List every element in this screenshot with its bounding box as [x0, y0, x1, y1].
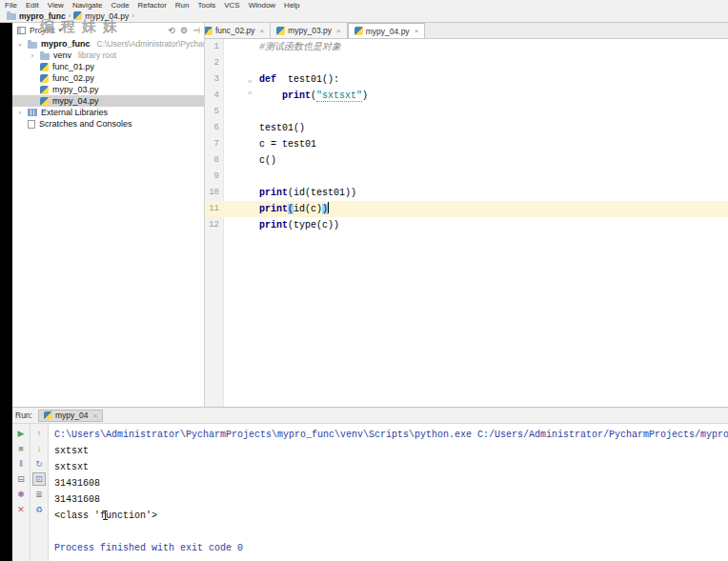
scroll-to-end-button[interactable]: ⊡: [32, 472, 46, 486]
menu-item-navigate[interactable]: Navigate: [72, 1, 103, 10]
menu-item-refactor[interactable]: Refactor: [138, 1, 167, 10]
code-line[interactable]: 4⌃ print("sxtsxt"): [205, 88, 728, 104]
token-kw: print: [259, 204, 288, 214]
close-button[interactable]: ✕: [14, 503, 28, 516]
project-panel-header: Project ▾ ⟲⚙⊣: [12, 23, 204, 38]
stop-button[interactable]: ■: [14, 442, 28, 455]
tree-item-scratches[interactable]: Scratches and Consoles: [12, 118, 204, 130]
code-line[interactable]: 9: [205, 169, 728, 185]
close-icon[interactable]: ×: [336, 27, 341, 35]
py-icon: [73, 11, 82, 20]
py-icon: [40, 63, 49, 71]
code-line[interactable]: 7c = test01: [205, 136, 728, 152]
code-line[interactable]: 11print(id(c)): [205, 201, 728, 217]
scratch-icon: [28, 120, 35, 129]
tree-item-mypy-04[interactable]: mypy_04.py: [12, 95, 204, 107]
line-number[interactable]: 9: [205, 169, 223, 185]
code-line[interactable]: 8c(): [205, 152, 728, 169]
console-line: Process finished with exit code 0: [54, 540, 728, 556]
softwrap-button[interactable]: ↻: [32, 457, 46, 471]
menu-item-run[interactable]: Run: [175, 1, 190, 10]
line-number[interactable]: 7: [205, 136, 223, 152]
console-output[interactable]: C:\Users\Administrator\PycharmProjects\m…: [49, 424, 728, 561]
tree-chevron-icon[interactable]: ›: [29, 52, 36, 59]
restore-layout-button[interactable]: ⊟: [14, 472, 28, 486]
tree-chevron-icon[interactable]: ⌄: [16, 40, 24, 48]
code-line[interactable]: 10print(id(test01)): [205, 185, 728, 201]
line-number[interactable]: 6: [205, 120, 223, 136]
line-number[interactable]: 8: [205, 152, 223, 169]
tree-extra-text: library root: [78, 50, 116, 60]
code-line[interactable]: 6test01(): [205, 120, 728, 136]
run-tab-mypy-04[interactable]: mypy_04 ×: [38, 410, 103, 422]
python-file-icon: [354, 27, 363, 35]
code-text: #测试函数也是对象: [256, 39, 341, 55]
code-text: def test01():: [256, 71, 339, 88]
line-number[interactable]: 1: [205, 39, 223, 55]
fold-marker-icon: [223, 104, 256, 120]
line-number[interactable]: 4: [205, 88, 223, 104]
tree-item-func-01[interactable]: func_01.py: [12, 61, 204, 72]
editor-body[interactable]: 1#测试函数也是对象23⌄def test01():4⌃ print("sxts…: [205, 39, 728, 407]
breadcrumb-separator: ›: [69, 11, 71, 20]
code-line[interactable]: 3⌄def test01():: [205, 71, 728, 88]
tab-mypy-03[interactable]: mypy_03.py×: [271, 23, 348, 38]
tab-mypy-04[interactable]: mypy_04.py×: [348, 23, 426, 38]
console-line: [54, 524, 728, 540]
project-panel-title[interactable]: Project: [30, 26, 54, 35]
pin-tab-button[interactable]: ✱: [14, 488, 28, 501]
tree-item-venv[interactable]: ›venvlibrary root: [12, 50, 204, 61]
editor-tab-label: mypy_03.py: [288, 26, 332, 35]
close-icon[interactable]: ×: [92, 411, 97, 420]
pause-output-button[interactable]: ‖: [14, 457, 28, 471]
pycharm-window: FileEditViewNavigateCodeRefactorRunTools…: [0, 0, 728, 561]
refresh-icon[interactable]: ⟲: [169, 23, 176, 38]
tree-item-external-libraries[interactable]: ›External Libraries: [12, 107, 204, 118]
close-icon[interactable]: ×: [260, 27, 265, 35]
tree-item-mypy-03[interactable]: mypy_03.py: [12, 84, 204, 95]
menu-item-edit[interactable]: Edit: [26, 1, 39, 10]
menu-item-code[interactable]: Code: [111, 1, 129, 10]
chevron-down-icon[interactable]: ▾: [58, 27, 62, 34]
close-icon[interactable]: ×: [415, 27, 419, 35]
token-kw: def: [259, 74, 276, 85]
code-text: [256, 104, 259, 120]
line-number[interactable]: 5: [205, 104, 223, 120]
token-plain: [259, 90, 282, 101]
run-label: Run:: [15, 411, 32, 420]
tree-item-func-02[interactable]: func_02.py: [12, 72, 204, 84]
breadcrumb-item-mypro_func[interactable]: mypro_func: [7, 11, 66, 21]
down-stacktrace-button[interactable]: ↓: [32, 442, 46, 455]
menu-item-window[interactable]: Window: [249, 1, 275, 10]
lib-icon: [28, 109, 37, 116]
menu-item-tools[interactable]: Tools: [198, 1, 216, 10]
fold-marker-icon[interactable]: ⌃: [223, 88, 256, 104]
up-stacktrace-button[interactable]: ↑: [32, 427, 46, 440]
clear-all-button[interactable]: ♻: [32, 503, 46, 516]
line-number[interactable]: 10: [205, 185, 223, 201]
rerun-button[interactable]: ▶: [14, 427, 28, 440]
folder-icon: [40, 53, 50, 60]
line-number[interactable]: 12: [205, 217, 223, 233]
code-line[interactable]: 12print(type(c)): [205, 217, 728, 233]
settings-gear-icon[interactable]: ⚙: [180, 23, 188, 38]
line-number[interactable]: 2: [205, 55, 223, 71]
menu-item-file[interactable]: File: [5, 1, 17, 10]
code-line[interactable]: 2: [205, 55, 728, 71]
menu-item-help[interactable]: Help: [284, 1, 299, 10]
hide-panel-icon[interactable]: ⊣: [192, 23, 200, 38]
folder-icon: [7, 13, 16, 20]
code-line[interactable]: 5: [205, 104, 728, 120]
menu-item-vcs[interactable]: VCS: [224, 1, 239, 10]
line-number[interactable]: 11: [205, 201, 223, 217]
tab-func-02[interactable]: func_02.py×: [205, 23, 271, 38]
print-button[interactable]: ≣: [32, 488, 46, 501]
menu-item-view[interactable]: View: [48, 1, 64, 10]
fold-marker-icon[interactable]: ⌄: [223, 71, 256, 88]
breadcrumb-item-mypy_04.py[interactable]: mypy_04.py: [73, 11, 129, 21]
token-plain: (id(test01)): [288, 188, 356, 198]
line-number[interactable]: 3: [205, 71, 223, 88]
tree-item-mypro-func[interactable]: ⌄mypro_funcC:\Users\Administrator\Pychar…: [12, 38, 204, 50]
code-line[interactable]: 1#测试函数也是对象: [205, 39, 728, 55]
tree-chevron-icon[interactable]: ›: [16, 110, 24, 116]
